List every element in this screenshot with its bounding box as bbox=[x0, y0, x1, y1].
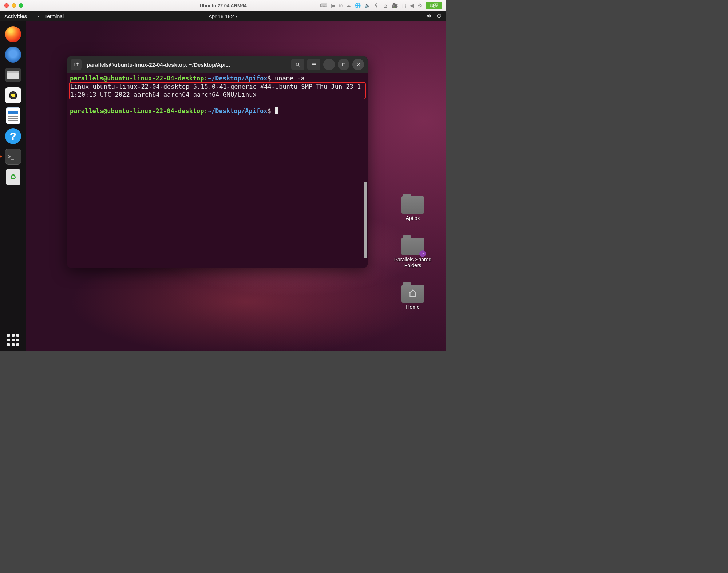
keyboard-icon[interactable]: ⌨ bbox=[320, 3, 327, 8]
desktop-icons: Apifox ↗ Parallels Shared Folders Home bbox=[387, 196, 438, 310]
system-status-area[interactable] bbox=[427, 13, 442, 20]
terminal-app-icon: >_ bbox=[5, 149, 21, 165]
dock-libreoffice-writer[interactable] bbox=[5, 107, 21, 124]
gear-icon[interactable]: ⚙ bbox=[418, 3, 422, 8]
dock-firefox[interactable] bbox=[5, 26, 21, 43]
terminal-title: parallels@ubuntu-linux-22-04-desktop: ~/… bbox=[87, 62, 230, 68]
host-menu-icons: ⌨ ▣ ⎚ ☁ 🌐 🔈 🎙 🖨 🎥 ⬚ ◀ ⚙ 购买 bbox=[320, 2, 442, 9]
guest-vm: Activities >_ Terminal Apr 18 18:47 ? >_ bbox=[0, 11, 446, 351]
command-output: Linux ubuntu-linux-22-04-desktop 5.15.0-… bbox=[70, 83, 361, 98]
new-tab-button[interactable] bbox=[71, 59, 82, 70]
minimize-button[interactable] bbox=[323, 59, 335, 70]
cpu-icon[interactable]: ▣ bbox=[331, 3, 336, 8]
trash-icon bbox=[6, 169, 20, 185]
desktop-icon-label: Parallels Shared Folders bbox=[387, 257, 438, 268]
writer-icon bbox=[6, 107, 20, 124]
command-text: uname -a bbox=[275, 75, 305, 82]
power-icon[interactable] bbox=[436, 13, 442, 20]
active-app-label: Terminal bbox=[44, 13, 64, 19]
desktop-folder-home[interactable]: Home bbox=[387, 285, 438, 310]
dock-help[interactable]: ? bbox=[5, 128, 21, 145]
terminal-body[interactable]: parallels@ubuntu-linux-22-04-desktop:~/D… bbox=[67, 73, 368, 268]
gnome-top-bar: Activities >_ Terminal Apr 18 18:47 bbox=[0, 11, 446, 21]
dock: ? >_ bbox=[0, 21, 26, 351]
shared-badge-icon: ↗ bbox=[419, 250, 426, 257]
usb-icon[interactable]: ⎚ bbox=[339, 3, 342, 8]
network-icon[interactable]: ☁ bbox=[346, 3, 351, 8]
mic-icon[interactable]: 🎙 bbox=[374, 3, 379, 8]
terminal-headerbar: parallels@ubuntu-linux-22-04-desktop: ~/… bbox=[67, 56, 368, 73]
volume-icon[interactable] bbox=[427, 13, 432, 20]
activities-button[interactable]: Activities bbox=[4, 13, 27, 19]
svg-point-5 bbox=[296, 63, 299, 66]
prompt-sep: : bbox=[204, 75, 207, 82]
clock[interactable]: Apr 18 18:47 bbox=[0, 13, 446, 19]
highlighted-output: Linux ubuntu-linux-22-04-desktop 5.15.0-… bbox=[69, 82, 366, 99]
terminal-window: parallels@ubuntu-linux-22-04-desktop: ~/… bbox=[67, 56, 368, 268]
camera-icon[interactable]: 🎥 bbox=[392, 3, 398, 8]
host-close-button[interactable] bbox=[4, 3, 9, 8]
desktop-area: ? >_ Apifox ↗ Parallels Shared Folders bbox=[0, 21, 446, 351]
scrollbar-thumb[interactable] bbox=[364, 182, 367, 258]
prompt-path: ~/Desktop/Apifox bbox=[208, 75, 268, 82]
prompt-symbol: $ bbox=[267, 107, 271, 115]
desktop-folder-apifox[interactable]: Apifox bbox=[387, 196, 438, 221]
active-app-indicator[interactable]: >_ Terminal bbox=[36, 13, 64, 19]
back-icon[interactable]: ◀ bbox=[410, 3, 414, 8]
host-maximize-button[interactable] bbox=[19, 3, 23, 8]
folder-icon bbox=[401, 196, 424, 214]
search-button[interactable] bbox=[291, 59, 304, 70]
dock-rhythmbox[interactable] bbox=[5, 87, 21, 104]
host-minimize-button[interactable] bbox=[12, 3, 16, 8]
dock-files[interactable] bbox=[5, 67, 21, 83]
dock-thunderbird[interactable] bbox=[5, 46, 21, 63]
globe-icon[interactable]: 🌐 bbox=[355, 3, 361, 8]
prompt-user: parallels@ubuntu-linux-22-04-desktop bbox=[70, 75, 204, 82]
prompt-sep: : bbox=[204, 107, 207, 115]
desktop-icon-label: Apifox bbox=[406, 215, 420, 221]
traffic-lights bbox=[4, 3, 23, 8]
files-icon bbox=[5, 68, 21, 82]
firefox-icon bbox=[5, 26, 21, 42]
buy-button[interactable]: 购买 bbox=[426, 2, 442, 9]
svg-rect-11 bbox=[342, 63, 345, 66]
rhythmbox-icon bbox=[5, 87, 21, 103]
sound-icon[interactable]: 🔈 bbox=[364, 3, 371, 8]
folder-home-icon bbox=[401, 285, 424, 303]
dock-terminal[interactable]: >_ bbox=[5, 148, 21, 165]
prompt-path: ~/Desktop/Apifox bbox=[208, 107, 268, 115]
host-titlebar: Ubuntu 22.04 ARM64 ⌨ ▣ ⎚ ☁ 🌐 🔈 🎙 🖨 🎥 ⬚ ◀… bbox=[0, 0, 446, 11]
share-icon[interactable]: ⬚ bbox=[401, 3, 406, 8]
svg-line-6 bbox=[298, 65, 300, 67]
maximize-button[interactable] bbox=[338, 59, 349, 70]
dock-trash[interactable] bbox=[5, 169, 21, 185]
hamburger-menu-button[interactable] bbox=[307, 59, 320, 70]
desktop-folder-parallels-shared[interactable]: ↗ Parallels Shared Folders bbox=[387, 238, 438, 268]
printer-icon[interactable]: 🖨 bbox=[383, 3, 388, 8]
desktop-icon-label: Home bbox=[406, 304, 419, 310]
help-icon: ? bbox=[5, 128, 21, 144]
show-applications-button[interactable] bbox=[7, 334, 19, 346]
thunderbird-icon bbox=[5, 47, 21, 63]
close-button[interactable] bbox=[352, 59, 364, 70]
cursor bbox=[275, 107, 278, 114]
terminal-icon: >_ bbox=[36, 14, 41, 19]
prompt-symbol: $ bbox=[267, 75, 271, 82]
prompt-user: parallels@ubuntu-linux-22-04-desktop bbox=[70, 107, 204, 115]
folder-icon: ↗ bbox=[401, 238, 424, 255]
